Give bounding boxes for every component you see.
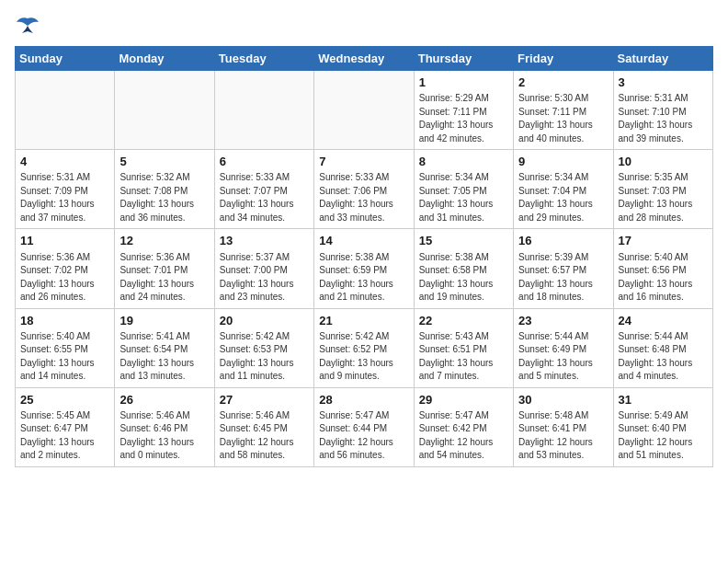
calendar-cell: 10Sunrise: 5:35 AMSunset: 7:03 PMDayligh… xyxy=(613,150,712,229)
calendar-cell: 3Sunrise: 5:31 AMSunset: 7:10 PMDaylight… xyxy=(613,71,712,150)
calendar-cell: 28Sunrise: 5:47 AMSunset: 6:44 PMDayligh… xyxy=(314,387,414,466)
calendar-week-5: 25Sunrise: 5:45 AMSunset: 6:47 PMDayligh… xyxy=(16,387,713,466)
weekday-header-saturday: Saturday xyxy=(613,47,712,71)
day-info: Sunrise: 5:33 AMSunset: 7:07 PMDaylight:… xyxy=(220,171,309,224)
day-number: 28 xyxy=(319,392,408,408)
calendar-cell xyxy=(115,71,214,150)
calendar-header: SundayMondayTuesdayWednesdayThursdayFrid… xyxy=(16,47,713,71)
calendar-cell: 2Sunrise: 5:30 AMSunset: 7:11 PMDaylight… xyxy=(514,71,613,150)
day-info: Sunrise: 5:44 AMSunset: 6:49 PMDaylight:… xyxy=(518,330,608,384)
day-number: 8 xyxy=(419,154,508,170)
day-info: Sunrise: 5:30 AMSunset: 7:11 PMDaylight:… xyxy=(518,92,608,145)
day-info: Sunrise: 5:32 AMSunset: 7:08 PMDaylight:… xyxy=(119,171,209,224)
day-number: 4 xyxy=(20,154,109,170)
day-info: Sunrise: 5:48 AMSunset: 6:41 PMDaylight:… xyxy=(518,409,608,463)
calendar-cell: 7Sunrise: 5:33 AMSunset: 7:06 PMDaylight… xyxy=(314,150,414,229)
day-number: 5 xyxy=(119,154,209,170)
day-number: 1 xyxy=(419,75,508,91)
day-info: Sunrise: 5:39 AMSunset: 6:57 PMDaylight:… xyxy=(518,251,608,304)
day-number: 10 xyxy=(619,154,708,170)
day-info: Sunrise: 5:44 AMSunset: 6:48 PMDaylight:… xyxy=(619,330,708,384)
calendar-cell: 13Sunrise: 5:37 AMSunset: 7:00 PMDayligh… xyxy=(214,229,313,308)
calendar-cell: 17Sunrise: 5:40 AMSunset: 6:56 PMDayligh… xyxy=(613,229,712,308)
day-info: Sunrise: 5:33 AMSunset: 7:06 PMDaylight:… xyxy=(319,171,408,224)
day-number: 9 xyxy=(518,154,608,170)
calendar-cell: 15Sunrise: 5:38 AMSunset: 6:58 PMDayligh… xyxy=(414,229,513,308)
day-info: Sunrise: 5:47 AMSunset: 6:42 PMDaylight:… xyxy=(419,409,508,463)
calendar-cell: 23Sunrise: 5:44 AMSunset: 6:49 PMDayligh… xyxy=(514,308,613,387)
calendar-cell: 16Sunrise: 5:39 AMSunset: 6:57 PMDayligh… xyxy=(514,229,613,308)
calendar-cell: 9Sunrise: 5:34 AMSunset: 7:04 PMDaylight… xyxy=(514,150,613,229)
calendar-cell: 18Sunrise: 5:40 AMSunset: 6:55 PMDayligh… xyxy=(16,308,115,387)
calendar-week-4: 18Sunrise: 5:40 AMSunset: 6:55 PMDayligh… xyxy=(16,308,713,387)
day-info: Sunrise: 5:34 AMSunset: 7:05 PMDaylight:… xyxy=(419,171,508,224)
day-info: Sunrise: 5:35 AMSunset: 7:03 PMDaylight:… xyxy=(619,171,708,224)
calendar-cell: 27Sunrise: 5:46 AMSunset: 6:45 PMDayligh… xyxy=(214,387,313,466)
logo-bird-icon xyxy=(15,15,40,35)
calendar-cell: 11Sunrise: 5:36 AMSunset: 7:02 PMDayligh… xyxy=(16,229,115,308)
weekday-header-thursday: Thursday xyxy=(414,47,513,71)
day-info: Sunrise: 5:31 AMSunset: 7:10 PMDaylight:… xyxy=(619,92,708,145)
logo xyxy=(15,15,44,35)
calendar-week-1: 1Sunrise: 5:29 AMSunset: 7:11 PMDaylight… xyxy=(16,71,713,150)
calendar-cell: 20Sunrise: 5:42 AMSunset: 6:53 PMDayligh… xyxy=(214,308,313,387)
calendar-cell: 21Sunrise: 5:42 AMSunset: 6:52 PMDayligh… xyxy=(314,308,414,387)
day-number: 25 xyxy=(20,392,109,408)
calendar-cell: 30Sunrise: 5:48 AMSunset: 6:41 PMDayligh… xyxy=(514,387,613,466)
calendar-cell xyxy=(16,71,115,150)
day-number: 21 xyxy=(319,313,408,329)
calendar-cell xyxy=(214,71,313,150)
weekday-header-wednesday: Wednesday xyxy=(314,47,414,71)
day-number: 22 xyxy=(419,313,508,329)
day-number: 14 xyxy=(319,233,408,249)
day-number: 11 xyxy=(20,233,109,249)
day-info: Sunrise: 5:41 AMSunset: 6:54 PMDaylight:… xyxy=(119,330,209,384)
day-info: Sunrise: 5:36 AMSunset: 7:02 PMDaylight:… xyxy=(20,251,109,304)
day-number: 2 xyxy=(518,75,608,91)
day-number: 18 xyxy=(20,313,109,329)
day-info: Sunrise: 5:37 AMSunset: 7:00 PMDaylight:… xyxy=(220,251,309,304)
day-info: Sunrise: 5:47 AMSunset: 6:44 PMDaylight:… xyxy=(319,409,408,463)
day-number: 3 xyxy=(619,75,708,91)
day-info: Sunrise: 5:31 AMSunset: 7:09 PMDaylight:… xyxy=(20,171,109,224)
calendar-cell: 24Sunrise: 5:44 AMSunset: 6:48 PMDayligh… xyxy=(613,308,712,387)
day-info: Sunrise: 5:38 AMSunset: 6:58 PMDaylight:… xyxy=(419,251,508,304)
day-number: 17 xyxy=(619,233,708,249)
calendar-cell: 29Sunrise: 5:47 AMSunset: 6:42 PMDayligh… xyxy=(414,387,513,466)
calendar-cell: 22Sunrise: 5:43 AMSunset: 6:51 PMDayligh… xyxy=(414,308,513,387)
calendar-cell xyxy=(314,71,414,150)
day-number: 19 xyxy=(119,313,209,329)
day-number: 30 xyxy=(518,392,608,408)
day-info: Sunrise: 5:43 AMSunset: 6:51 PMDaylight:… xyxy=(419,330,508,384)
calendar-cell: 26Sunrise: 5:46 AMSunset: 6:46 PMDayligh… xyxy=(115,387,214,466)
day-number: 23 xyxy=(518,313,608,329)
day-number: 20 xyxy=(220,313,309,329)
calendar-cell: 19Sunrise: 5:41 AMSunset: 6:54 PMDayligh… xyxy=(115,308,214,387)
day-number: 16 xyxy=(518,233,608,249)
calendar-week-3: 11Sunrise: 5:36 AMSunset: 7:02 PMDayligh… xyxy=(16,229,713,308)
day-number: 29 xyxy=(419,392,508,408)
day-info: Sunrise: 5:46 AMSunset: 6:46 PMDaylight:… xyxy=(119,409,209,463)
day-number: 26 xyxy=(119,392,209,408)
day-info: Sunrise: 5:34 AMSunset: 7:04 PMDaylight:… xyxy=(518,171,608,224)
calendar-week-2: 4Sunrise: 5:31 AMSunset: 7:09 PMDaylight… xyxy=(16,150,713,229)
day-info: Sunrise: 5:40 AMSunset: 6:56 PMDaylight:… xyxy=(619,251,708,304)
day-number: 31 xyxy=(619,392,708,408)
day-number: 27 xyxy=(220,392,309,408)
calendar-table: SundayMondayTuesdayWednesdayThursdayFrid… xyxy=(15,46,713,467)
calendar-cell: 12Sunrise: 5:36 AMSunset: 7:01 PMDayligh… xyxy=(115,229,214,308)
day-info: Sunrise: 5:49 AMSunset: 6:40 PMDaylight:… xyxy=(619,409,708,463)
calendar-cell: 14Sunrise: 5:38 AMSunset: 6:59 PMDayligh… xyxy=(314,229,414,308)
weekday-header-tuesday: Tuesday xyxy=(214,47,313,71)
calendar-cell: 31Sunrise: 5:49 AMSunset: 6:40 PMDayligh… xyxy=(613,387,712,466)
day-number: 6 xyxy=(220,154,309,170)
calendar-cell: 4Sunrise: 5:31 AMSunset: 7:09 PMDaylight… xyxy=(16,150,115,229)
day-number: 13 xyxy=(220,233,309,249)
day-number: 24 xyxy=(619,313,708,329)
weekday-header-monday: Monday xyxy=(115,47,214,71)
calendar-cell: 6Sunrise: 5:33 AMSunset: 7:07 PMDaylight… xyxy=(214,150,313,229)
day-info: Sunrise: 5:36 AMSunset: 7:01 PMDaylight:… xyxy=(119,251,209,304)
calendar-cell: 25Sunrise: 5:45 AMSunset: 6:47 PMDayligh… xyxy=(16,387,115,466)
day-info: Sunrise: 5:42 AMSunset: 6:53 PMDaylight:… xyxy=(220,330,309,384)
weekday-header-friday: Friday xyxy=(514,47,613,71)
